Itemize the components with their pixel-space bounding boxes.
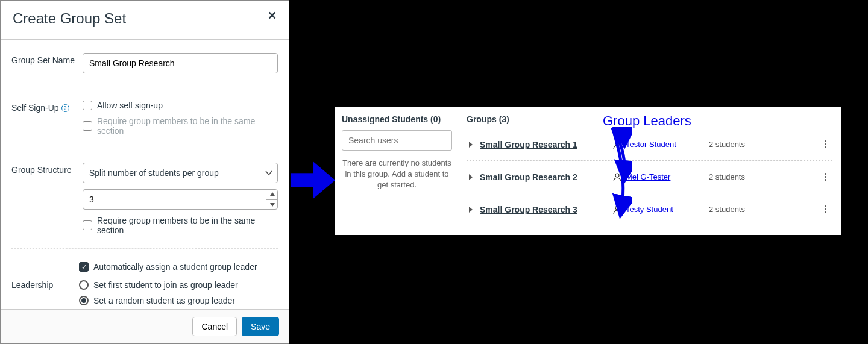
- save-button[interactable]: Save: [242, 317, 279, 336]
- unassigned-column: Unassigned Students (0) There are curren…: [335, 107, 458, 235]
- label-self-signup-text: Self Sign-Up: [11, 103, 59, 113]
- step-down-button[interactable]: [266, 200, 278, 210]
- label-group-structure: Group Structure: [11, 163, 83, 175]
- svg-point-2: [615, 141, 619, 145]
- group-student-count: 2 students: [709, 140, 781, 149]
- group-name-link[interactable]: Small Group Research 2: [480, 172, 612, 182]
- dialog-title: Create Group Set: [13, 10, 126, 27]
- group-row: Small Group Research 3 Testy Student 2 s…: [467, 193, 832, 225]
- group-structure-select-value: Split number of students per group: [83, 163, 278, 183]
- radio-random-student-label: Set a random student as group leader: [93, 296, 235, 305]
- radio-first-student-row[interactable]: Set first student to join as group leade…: [79, 280, 278, 290]
- group-row: Small Group Research 2 Mel G-Tester 2 st…: [467, 161, 832, 193]
- group-leader-link[interactable]: Testor Student: [626, 140, 676, 149]
- svg-rect-0: [291, 173, 315, 187]
- auto-assign-leader-row[interactable]: ✓ Automatically assign a student group l…: [79, 262, 278, 272]
- group-kebab-menu[interactable]: [822, 138, 829, 151]
- cancel-button[interactable]: Cancel: [192, 317, 237, 336]
- checkbox-allow-self-signup[interactable]: [83, 101, 92, 110]
- svg-marker-1: [313, 161, 335, 199]
- checkbox-auto-assign-leader[interactable]: ✓: [79, 262, 89, 272]
- create-group-set-dialog: Create Group Set ✕ Group Set Name Self S…: [0, 0, 289, 344]
- label-leadership: Leadership: [11, 262, 83, 290]
- radio-first-student[interactable]: [79, 280, 89, 290]
- annotation-group-leaders-label: Group Leaders: [603, 113, 691, 129]
- require-same-section-structure-label: Require group members to be in the same …: [97, 216, 278, 235]
- group-leader-link[interactable]: Testy Student: [626, 205, 673, 214]
- person-icon: [612, 205, 622, 214]
- require-same-section-structure-row[interactable]: Require group members to be in the same …: [83, 216, 278, 235]
- radio-random-student-row[interactable]: Set a random student as group leader: [79, 296, 278, 305]
- svg-point-3: [615, 174, 619, 177]
- dialog-body: Group Set Name Self Sign-Up ? Allow self…: [1, 40, 289, 309]
- require-same-section-signup-label: Require group members to be in the same …: [97, 116, 278, 136]
- checkbox-require-same-section-signup: [83, 121, 92, 131]
- checkbox-require-same-section-structure[interactable]: [83, 220, 92, 230]
- expand-caret-icon[interactable]: [469, 174, 473, 180]
- svg-point-4: [615, 206, 619, 210]
- group-count-stepper[interactable]: [83, 189, 278, 210]
- section-leadership: Leadership ✓ Automatically assign a stud…: [11, 249, 278, 309]
- dialog-footer: Cancel Save: [1, 309, 289, 343]
- stepper-buttons: [266, 189, 278, 210]
- search-users-input[interactable]: [342, 130, 452, 151]
- dialog-header: Create Group Set ✕: [1, 1, 289, 40]
- radio-random-student[interactable]: [79, 296, 89, 305]
- chevron-down-icon: [260, 163, 278, 183]
- require-same-section-signup-row: Require group members to be in the same …: [83, 116, 278, 136]
- auto-assign-leader-label: Automatically assign a student group lea…: [93, 262, 257, 272]
- section-group-structure: Group Structure Split number of students…: [11, 149, 278, 249]
- group-row: Small Group Research 1 Testor Student 2 …: [467, 128, 832, 161]
- expand-caret-icon[interactable]: [469, 207, 473, 213]
- person-icon: [612, 140, 622, 149]
- label-group-set-name: Group Set Name: [11, 53, 83, 65]
- section-self-signup: Self Sign-Up ? Allow self sign-up Requir…: [11, 87, 278, 149]
- unassigned-empty-message: There are currently no students in this …: [342, 158, 452, 191]
- group-name-link[interactable]: Small Group Research 3: [480, 205, 612, 214]
- allow-self-signup-row[interactable]: Allow self sign-up: [83, 101, 278, 110]
- groups-table: Small Group Research 1 Testor Student 2 …: [467, 128, 832, 225]
- group-structure-select[interactable]: Split number of students per group: [83, 163, 278, 183]
- radio-first-student-label: Set first student to join as group leade…: [93, 280, 238, 290]
- group-count-input[interactable]: [83, 189, 278, 210]
- group-kebab-menu[interactable]: [822, 170, 829, 183]
- group-student-count: 2 students: [709, 172, 781, 181]
- label-self-signup: Self Sign-Up ?: [11, 101, 83, 113]
- expand-caret-icon[interactable]: [469, 142, 473, 148]
- group-student-count: 2 students: [709, 205, 781, 214]
- allow-self-signup-label: Allow self sign-up: [97, 101, 163, 110]
- close-icon[interactable]: ✕: [268, 10, 277, 21]
- groups-result-panel: Unassigned Students (0) There are curren…: [335, 107, 841, 235]
- person-icon: [612, 172, 622, 182]
- section-group-set-name: Group Set Name: [11, 40, 278, 87]
- group-name-link[interactable]: Small Group Research 1: [480, 140, 612, 149]
- step-up-button[interactable]: [266, 189, 278, 200]
- group-leader-link[interactable]: Mel G-Tester: [626, 172, 670, 181]
- group-set-name-input[interactable]: [83, 53, 278, 73]
- help-icon[interactable]: ?: [61, 104, 69, 112]
- unassigned-heading: Unassigned Students (0): [342, 114, 452, 124]
- group-kebab-menu[interactable]: [822, 203, 829, 216]
- annotation-arrow-right-icon: [289, 157, 336, 204]
